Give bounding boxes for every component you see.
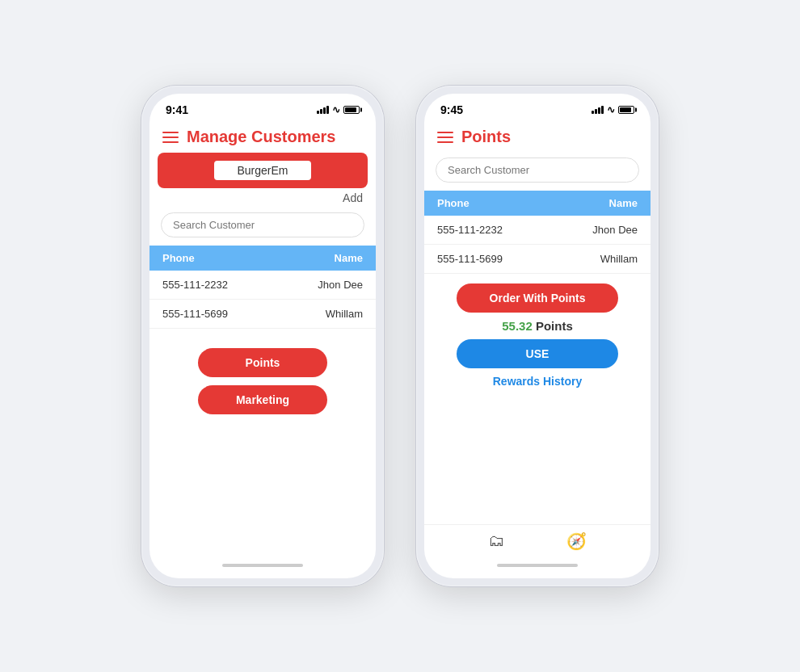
table-header-1: Phone Name [149,246,376,271]
status-time-1: 9:41 [166,103,188,116]
marketing-button[interactable]: Marketing [198,385,327,414]
col-phone-2: Phone [437,197,537,209]
add-link[interactable]: Add [149,188,376,208]
status-time-2: 9:45 [440,103,463,116]
search-input-2[interactable] [436,158,639,183]
cell-phone: 555-111-5699 [162,308,263,320]
page-title-1: Manage Customers [187,128,336,146]
table-row[interactable]: 555-111-5699 Whillam [424,245,651,274]
menu-icon-2[interactable] [437,132,453,143]
bottom-nav: 🗂 🧭 [424,524,651,557]
cell-name: Jhon Dee [263,279,363,291]
home-indicator-1 [149,557,376,578]
app-header-2: Points [424,121,651,153]
brand-bar: BurgerEm [158,153,368,188]
table-row[interactable]: 555-111-2232 Jhon Dee [149,271,376,300]
cell-name: Whillam [537,253,638,265]
home-indicator-2 [424,557,651,578]
phone-2: 9:45 ∿ [416,86,659,586]
search-container-2 [424,153,651,187]
status-bar-1: 9:41 ∿ [149,94,376,121]
points-number: 55.32 [502,319,533,333]
search-input-1[interactable] [161,212,364,237]
app-header-1: Manage Customers [149,121,376,153]
signal-bars-2 [592,106,604,114]
table-row[interactable]: 555-111-5699 Whillam [149,300,376,329]
cell-phone: 555-111-2232 [437,224,537,236]
search-container-1 [149,208,376,242]
phone-1: 9:41 ∿ [141,86,384,586]
compass-icon[interactable]: 🧭 [566,531,587,551]
points-display: 55.32 Points [502,319,573,333]
col-name-1: Name [263,252,363,264]
cell-name: Whillam [263,308,363,320]
table-row[interactable]: 555-111-2232 Jhon Dee [424,216,651,245]
menu-icon-1[interactable] [162,132,179,143]
wallet-icon[interactable]: 🗂 [488,531,504,551]
wifi-icon-2: ∿ [607,104,615,116]
signal-bars-1 [317,106,329,114]
battery-icon-2 [618,106,634,114]
scene: 9:41 ∿ [141,86,659,586]
wifi-icon-1: ∿ [332,104,340,116]
points-button[interactable]: Points [198,348,327,377]
cell-phone: 555-111-5699 [437,253,537,265]
col-name-2: Name [537,197,638,209]
status-bar-2: 9:45 ∿ [424,94,651,121]
col-phone-1: Phone [162,252,263,264]
status-icons-2: ∿ [592,104,634,116]
points-section: Order With Points 55.32 Points USE Rewar… [424,274,651,393]
battery-icon-1 [343,106,360,114]
order-with-points-button[interactable]: Order With Points [457,284,618,313]
brand-input[interactable]: BurgerEm [214,161,311,180]
rewards-history-link[interactable]: Rewards History [493,375,582,388]
points-label: Points [536,319,573,333]
cell-phone: 555-111-2232 [162,279,263,291]
use-button[interactable]: USE [457,339,618,368]
action-buttons-1: Points Marketing [149,332,376,430]
table-header-2: Phone Name [424,191,651,216]
status-icons-1: ∿ [317,104,360,116]
page-title-2: Points [461,128,511,146]
cell-name: Jhon Dee [537,224,638,236]
